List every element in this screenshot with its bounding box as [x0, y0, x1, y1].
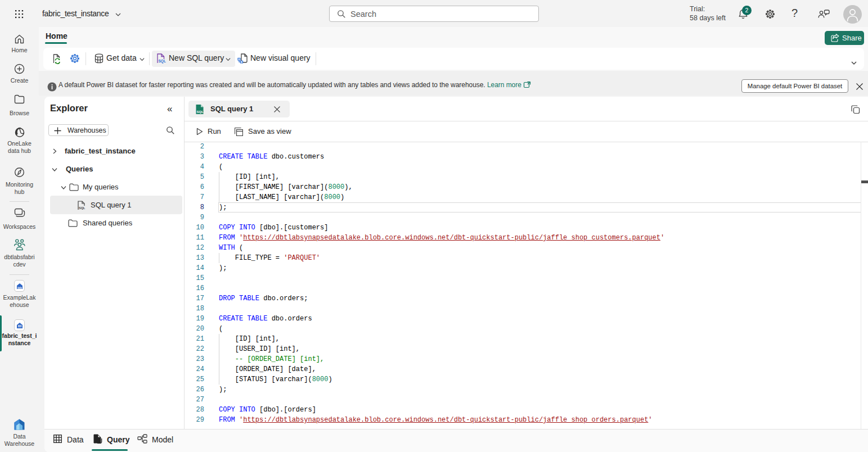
- svg-text:SQL: SQL: [79, 206, 86, 210]
- svg-text:SQL: SQL: [197, 110, 204, 114]
- svg-text:SQL: SQL: [159, 59, 166, 64]
